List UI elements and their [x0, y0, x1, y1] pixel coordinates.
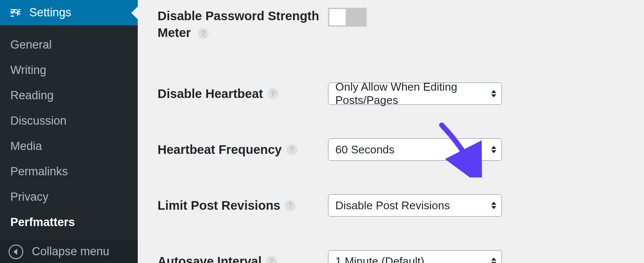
updown-icon: [491, 146, 496, 153]
label-text: Autosave Interval: [158, 253, 262, 263]
row-disable-heartbeat: Disable Heartbeat ? Only Allow When Edit…: [158, 83, 624, 105]
label-text: Disable Heartbeat: [158, 86, 263, 102]
label-text: Heartbeat Frequency: [158, 141, 282, 158]
help-icon[interactable]: ?: [266, 256, 277, 263]
collapse-label: Collapse menu: [32, 245, 109, 258]
submenu-item-permalinks[interactable]: Permalinks: [0, 159, 138, 184]
label-text: Limit Post Revisions: [158, 197, 280, 214]
row-limit-post-revisions: Limit Post Revisions ? Disable Post Revi…: [158, 194, 624, 217]
field-label: Heartbeat Frequency ?: [158, 141, 328, 158]
select-value: Only Allow When Editing Posts/Pages: [335, 80, 484, 107]
select-autosave-interval[interactable]: 1 Minute (Default): [328, 250, 502, 263]
help-icon[interactable]: ?: [286, 144, 297, 155]
submenu-item-privacy[interactable]: Privacy: [0, 184, 138, 210]
label-line1: Disable Password Strength: [158, 9, 319, 23]
field-label: Disable Password Strength Meter ?: [158, 8, 328, 41]
updown-icon: [491, 202, 496, 209]
select-value: 60 Seconds: [335, 143, 394, 156]
submenu-item-writing[interactable]: Writing: [0, 58, 138, 83]
collapse-icon: [9, 245, 23, 259]
select-value: 1 Minute (Default): [335, 255, 424, 263]
sliders-icon: [8, 6, 23, 19]
toggle-knob: [329, 9, 346, 25]
label-line2: Meter: [158, 26, 191, 40]
help-icon[interactable]: ?: [285, 200, 296, 211]
select-disable-heartbeat[interactable]: Only Allow When Editing Posts/Pages: [328, 83, 502, 105]
row-autosave-interval: Autosave Interval ? 1 Minute (Default): [158, 250, 624, 263]
select-value: Disable Post Revisions: [335, 199, 450, 212]
field-label: Autosave Interval ?: [158, 253, 328, 263]
settings-submenu: General Writing Reading Discussion Media…: [0, 25, 138, 240]
admin-sidebar: Settings General Writing Reading Discuss…: [0, 0, 138, 263]
menu-item-settings[interactable]: Settings: [0, 0, 138, 25]
field-label: Disable Heartbeat ?: [158, 86, 328, 102]
submenu-item-media[interactable]: Media: [0, 134, 138, 159]
submenu-item-perfmatters[interactable]: Perfmatters: [0, 210, 138, 235]
submenu-item-general[interactable]: General: [0, 32, 138, 58]
row-disable-password-strength: Disable Password Strength Meter ?: [158, 8, 624, 41]
field-label: Limit Post Revisions ?: [158, 197, 328, 214]
updown-icon: [491, 257, 496, 263]
select-limit-post-revisions[interactable]: Disable Post Revisions: [328, 194, 502, 217]
submenu-item-reading[interactable]: Reading: [0, 83, 138, 108]
row-heartbeat-frequency: Heartbeat Frequency ? 60 Seconds: [158, 138, 624, 161]
collapse-menu[interactable]: Collapse menu: [0, 240, 138, 263]
menu-item-label: Settings: [29, 6, 71, 19]
updown-icon: [491, 90, 496, 98]
submenu-item-discussion[interactable]: Discussion: [0, 108, 138, 134]
help-icon[interactable]: ?: [198, 28, 209, 39]
toggle-disable-password-strength[interactable]: [328, 8, 367, 27]
help-icon[interactable]: ?: [267, 88, 279, 99]
settings-form: Disable Password Strength Meter ? Disabl…: [138, 0, 644, 263]
select-heartbeat-frequency[interactable]: 60 Seconds: [328, 138, 502, 161]
